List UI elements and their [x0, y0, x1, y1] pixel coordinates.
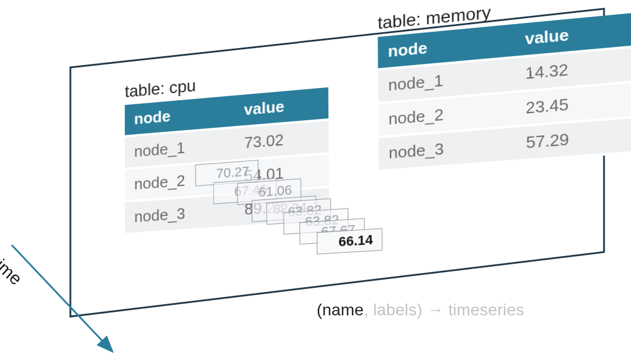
- ts-card-front: 66.14: [317, 228, 382, 254]
- timeseries-cards: 70.27 67.46 61.06 62.34 63.82 63.82 67.6…: [255, 158, 456, 294]
- time-axis-label: time: [0, 252, 26, 289]
- caption-timeseries: timeseries: [443, 301, 524, 319]
- arrow-right-icon: →: [427, 301, 443, 319]
- table-memory: table: memory node value node_1 14.32 no…: [378, 0, 631, 172]
- caption-name: (name: [317, 301, 364, 319]
- mapping-caption: (name, labels) → timeseries: [317, 301, 524, 319]
- table-cpu: table: cpu node value node_1 73.02 node_…: [125, 64, 329, 235]
- tables-panel: table: cpu node value node_1 73.02 node_…: [65, 0, 631, 288]
- table-memory-grid: node value node_1 14.32 node_2 23.45 nod…: [378, 13, 631, 172]
- diagram-stage: time table: cpu node value node_1 73.02 …: [0, 0, 631, 364]
- caption-labels: , labels): [364, 301, 427, 319]
